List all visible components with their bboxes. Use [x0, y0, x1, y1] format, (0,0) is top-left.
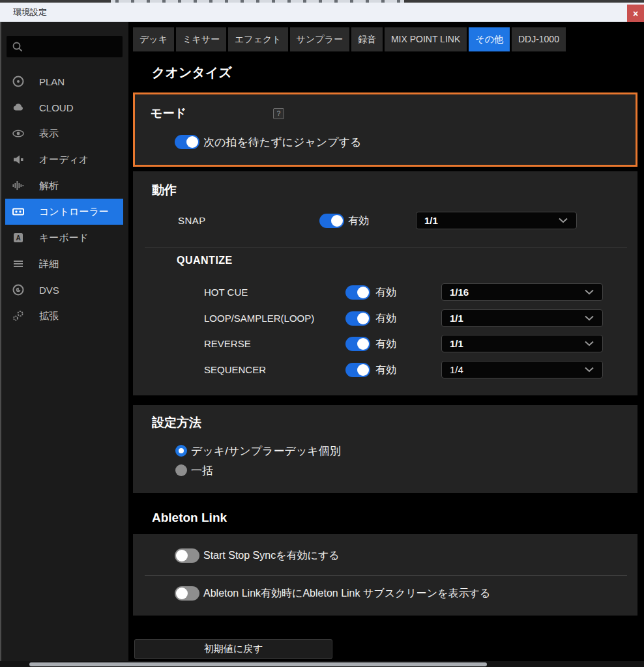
- chevron-down-icon: [584, 289, 594, 295]
- method-option-batch[interactable]: 一括: [175, 462, 213, 478]
- chevron-down-icon: [558, 218, 568, 223]
- sidebar-item-dvs[interactable]: DVS: [5, 277, 123, 303]
- start-stop-sync-label: Start Stop Syncを有効にする: [203, 549, 340, 563]
- sidebar-item-label: 拡張: [39, 310, 59, 322]
- help-icon[interactable]: ?: [273, 108, 284, 119]
- start-stop-sync-toggle[interactable]: [175, 548, 199, 563]
- subscreen-row: Ableton Link有効時にAbleton Link サブスクリーンを表示す…: [175, 585, 490, 602]
- mode-toggle-row: 次の拍を待たずにジャンプする: [175, 134, 361, 150]
- reverse-toggle[interactable]: [345, 337, 370, 351]
- tab-deck[interactable]: デッキ: [133, 27, 174, 51]
- radio-label: デッキ/サンプラーデッキ個別: [191, 444, 341, 459]
- disc-icon: [12, 75, 25, 88]
- sidebar-item-controller[interactable]: コントローラー: [5, 199, 123, 225]
- sidebar-item-keyboard[interactable]: A キーボード: [5, 225, 123, 251]
- tab-bar: デッキ ミキサー エフェクト サンプラー 録音 MIX POINT LINK そ…: [133, 27, 566, 51]
- method-section: 設定方法 デッキ/サンプラーデッキ個別 一括: [133, 405, 637, 493]
- quantize-row-sequencer: SEQUENCER 有効 1/4: [133, 361, 637, 379]
- sidebar-item-label: 表示: [39, 128, 59, 140]
- vinyl-icon: [12, 283, 25, 296]
- quantize-row-reverse: REVERSE 有効 1/1: [133, 335, 637, 353]
- hot-cue-interval-select[interactable]: 1/16: [441, 283, 603, 301]
- chevron-down-icon: [584, 341, 594, 347]
- snap-interval-select[interactable]: 1/1: [416, 212, 577, 229]
- interval-value: 1/1: [450, 338, 584, 349]
- sidebar-item-plan[interactable]: PLAN: [5, 68, 123, 94]
- dialog-titlebar: 環境設定: [0, 3, 644, 22]
- speaker-icon: [12, 153, 25, 166]
- snap-enabled-label: 有効: [348, 212, 369, 230]
- cloud-icon: [12, 101, 25, 114]
- sidebar-item-analysis[interactable]: 解析: [5, 173, 123, 199]
- svg-text:A: A: [16, 234, 20, 242]
- radio-button[interactable]: [175, 445, 187, 457]
- tab-mix-point-link[interactable]: MIX POINT LINK: [385, 27, 467, 51]
- start-stop-sync-row: Start Stop Syncを有効にする: [175, 547, 340, 564]
- gears-icon: [12, 309, 25, 322]
- sidebar-item-label: DVS: [39, 285, 59, 296]
- toggle-knob: [357, 287, 369, 298]
- loop-sampler-interval-select[interactable]: 1/1: [441, 309, 603, 327]
- mode-jump-toggle[interactable]: [175, 135, 199, 149]
- enabled-label: 有効: [375, 335, 396, 353]
- interval-value: 1/1: [450, 313, 584, 324]
- toggle-knob: [176, 550, 188, 561]
- reverse-interval-select[interactable]: 1/1: [441, 335, 603, 352]
- snap-label: SNAP: [178, 212, 206, 230]
- sidebar-item-label: キーボード: [39, 232, 89, 244]
- snap-row: SNAP 有効 1/1: [133, 212, 637, 230]
- quantize-title: QUANTIZE: [177, 255, 233, 266]
- dialog-title: 環境設定: [13, 3, 47, 21]
- sidebar-item-label: 詳細: [39, 258, 59, 270]
- sidebar-item-label: オーディオ: [39, 154, 89, 166]
- sidebar-item-advanced[interactable]: 詳細: [5, 251, 123, 277]
- sequencer-toggle[interactable]: [345, 363, 370, 377]
- search-input[interactable]: [7, 36, 123, 57]
- loop-sampler-toggle[interactable]: [345, 311, 370, 326]
- enabled-label: 有効: [375, 361, 396, 379]
- tab-sampler[interactable]: サンプラー: [290, 27, 349, 51]
- toggle-knob: [357, 364, 369, 376]
- close-button[interactable]: ×: [627, 5, 644, 22]
- mode-section: モード ? 次の拍を待たずにジャンプする: [133, 92, 637, 167]
- method-section-title: 設定方法: [152, 414, 201, 431]
- sidebar-item-display[interactable]: 表示: [5, 121, 123, 147]
- sidebar-item-cloud[interactable]: CLOUD: [5, 94, 123, 121]
- behavior-section: 動作 SNAP 有効 1/1 QUANTIZE HOT CUE 有効 1/16 …: [133, 171, 637, 395]
- sidebar-item-label: PLAN: [39, 76, 65, 87]
- tab-recording[interactable]: 録音: [351, 27, 383, 51]
- enabled-label: 有効: [375, 309, 396, 328]
- tab-others[interactable]: その他: [469, 27, 510, 51]
- tab-mixer[interactable]: ミキサー: [176, 27, 226, 51]
- radio-button[interactable]: [175, 464, 187, 476]
- background-window-bottom: [0, 661, 644, 667]
- snap-toggle[interactable]: [319, 214, 344, 228]
- snap-interval-value: 1/1: [424, 215, 558, 226]
- interval-value: 1/16: [450, 287, 584, 298]
- keyboard-icon: A: [12, 231, 25, 244]
- behavior-section-title: 動作: [152, 182, 177, 199]
- subscreen-toggle[interactable]: [175, 586, 199, 601]
- preferences-dialog: 環境設定 × PLAN CLOUD 表示 オーディオ: [0, 0, 644, 667]
- quantize-row-label: REVERSE: [204, 335, 251, 353]
- quantize-row-label: SEQUENCER: [204, 361, 266, 379]
- sidebar-item-extension[interactable]: 拡張: [5, 303, 123, 329]
- toggle-knob: [357, 338, 369, 350]
- sidebar: PLAN CLOUD 表示 オーディオ 解析 コントローラー: [0, 22, 128, 661]
- divider: [145, 248, 627, 248]
- reset-defaults-button[interactable]: 初期値に戻す: [134, 639, 332, 659]
- quantize-row-label: HOT CUE: [204, 283, 248, 302]
- toggle-knob: [176, 588, 188, 599]
- mode-toggle-label: 次の拍を待たずにジャンプする: [203, 135, 361, 150]
- mode-section-title: モード: [151, 106, 186, 121]
- method-option-individual[interactable]: デッキ/サンプラーデッキ個別: [175, 443, 341, 459]
- hot-cue-toggle[interactable]: [345, 285, 370, 300]
- sidebar-item-label: CLOUD: [39, 102, 74, 113]
- sidebar-item-label: コントローラー: [39, 206, 109, 218]
- sidebar-item-audio[interactable]: オーディオ: [5, 147, 123, 173]
- sequencer-interval-select[interactable]: 1/4: [441, 361, 603, 378]
- quantize-row-hot-cue: HOT CUE 有効 1/16: [133, 283, 637, 302]
- tab-ddj-1000[interactable]: DDJ-1000: [512, 27, 566, 51]
- tab-effect[interactable]: エフェクト: [228, 27, 288, 51]
- controller-icon: [12, 205, 25, 218]
